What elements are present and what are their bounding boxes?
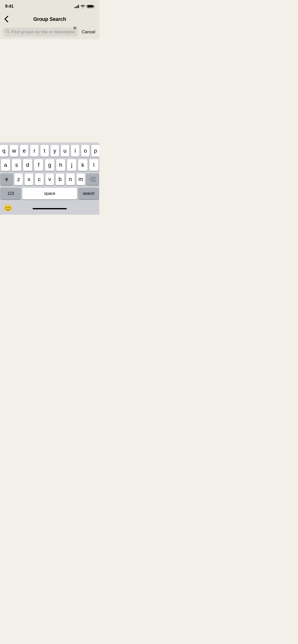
space-key[interactable]: space [22,188,77,199]
key-o[interactable]: o [81,145,90,157]
key-c[interactable]: c [35,173,44,185]
key-q[interactable]: q [0,145,8,157]
key-k[interactable]: k [78,159,87,171]
numbers-key[interactable]: 123 [1,188,21,199]
key-i[interactable]: i [71,145,79,157]
key-x[interactable]: x [24,173,33,185]
nav-bar: Group Search [0,13,99,25]
keyboard: q w e r t y u i o p a s d f g h j k l z … [0,142,99,215]
emoji-key[interactable]: 😊 [3,202,13,214]
search-area: Cancel [0,25,99,39]
key-t[interactable]: t [40,145,49,157]
key-y[interactable]: y [50,145,59,157]
content-area [0,39,99,138]
page-title: Group Search [33,16,66,22]
key-m[interactable]: m [76,173,85,185]
wifi-icon [80,5,85,8]
search-key[interactable]: search [79,188,99,199]
key-v[interactable]: v [45,173,54,185]
keyboard-row-bottom: 123 space search [1,188,99,199]
key-s[interactable]: s [12,159,21,171]
delete-key[interactable] [87,173,99,185]
key-b[interactable]: b [56,173,64,185]
status-time: 9:41 [5,4,13,9]
key-f[interactable]: f [34,159,43,171]
key-d[interactable]: d [23,159,32,171]
home-indicator [33,208,67,209]
key-g[interactable]: g [45,159,54,171]
key-a[interactable]: a [1,159,10,171]
key-l[interactable]: l [89,159,99,171]
key-j[interactable]: j [67,159,76,171]
key-p[interactable]: p [91,145,99,157]
key-r[interactable]: r [30,145,39,157]
key-n[interactable]: n [66,173,75,185]
key-e[interactable]: e [20,145,29,157]
keyboard-row-1: q w e r t y u i o p [1,145,99,157]
battery-icon [87,5,94,8]
search-bar[interactable] [3,27,78,37]
key-u[interactable]: u [61,145,69,157]
shift-key[interactable] [1,173,13,185]
key-w[interactable]: w [10,145,18,157]
key-h[interactable]: h [56,159,65,171]
keyboard-row-3: z x c v b n m [1,173,99,185]
keyboard-row-2: a s d f g h j k l [1,159,99,171]
search-input[interactable] [11,30,76,35]
signal-icon [74,5,79,8]
search-icon [6,30,10,35]
status-bar: 9:41 [0,0,99,13]
status-icons [74,5,94,8]
back-button[interactable] [4,16,9,23]
cancel-button[interactable]: Cancel [81,28,96,36]
key-z[interactable]: z [14,173,23,185]
